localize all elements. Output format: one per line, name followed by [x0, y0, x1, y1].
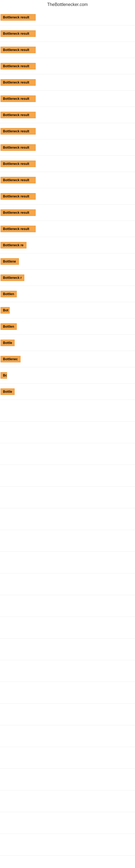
- list-item: Bottleneck result: [0, 140, 135, 156]
- bottleneck-result-badge[interactable]: Bottleneck result: [1, 112, 36, 118]
- bottleneck-result-badge[interactable]: Bot: [1, 307, 10, 314]
- empty-row: [0, 400, 135, 422]
- empty-row: [0, 704, 135, 725]
- list-item: Bottlen: [0, 318, 135, 335]
- results-list: Bottleneck resultBottleneck resultBottle…: [0, 8, 135, 868]
- empty-row: [0, 790, 135, 812]
- list-item: Bottleneck result: [0, 205, 135, 221]
- list-item: Bottle: [0, 335, 135, 351]
- list-item: Bottleneck result: [0, 188, 135, 205]
- empty-row: [0, 639, 135, 660]
- site-title: TheBottlenecker.com: [0, 0, 135, 8]
- list-item: Bottleneck result: [0, 9, 135, 26]
- empty-row: [0, 660, 135, 682]
- bottleneck-result-badge[interactable]: Bottleneck result: [1, 30, 36, 37]
- bottleneck-result-badge[interactable]: Bo: [1, 372, 7, 379]
- list-item: Bottle: [0, 383, 135, 400]
- list-item: Bottleneck result: [0, 58, 135, 74]
- bottleneck-result-badge[interactable]: Bottleneck result: [1, 209, 36, 216]
- empty-row: [0, 574, 135, 595]
- empty-row: [0, 617, 135, 639]
- empty-row: [0, 508, 135, 530]
- empty-row: [0, 725, 135, 747]
- empty-row: [0, 747, 135, 769]
- list-item: Bottlenec: [0, 351, 135, 367]
- bottleneck-result-badge[interactable]: Bottlene: [1, 258, 19, 265]
- bottleneck-result-badge[interactable]: Bottlenec: [1, 356, 20, 362]
- bottleneck-result-badge[interactable]: Bottleneck result: [1, 128, 36, 134]
- list-item: Bottleneck re: [0, 237, 135, 253]
- bottleneck-result-badge[interactable]: Bottleneck result: [1, 46, 36, 53]
- list-item: Bottleneck r: [0, 270, 135, 286]
- empty-row: [0, 812, 135, 834]
- bottleneck-result-badge[interactable]: Bottlen: [1, 323, 17, 330]
- bottleneck-result-badge[interactable]: Bottleneck r: [1, 275, 24, 281]
- empty-row: [0, 530, 135, 552]
- list-item: Bottleneck result: [0, 26, 135, 42]
- empty-row: [0, 682, 135, 704]
- list-item: Bottleneck result: [0, 156, 135, 172]
- bottleneck-result-badge[interactable]: Bottleneck result: [1, 14, 36, 21]
- list-item: Bottlen: [0, 286, 135, 302]
- list-item: Bottleneck result: [0, 42, 135, 58]
- list-item: Bottlene: [0, 253, 135, 270]
- list-item: Bottleneck result: [0, 123, 135, 140]
- bottleneck-result-badge[interactable]: Bottleneck result: [1, 79, 36, 86]
- bottleneck-result-badge[interactable]: Bottleneck re: [1, 242, 27, 248]
- empty-row: [0, 552, 135, 574]
- list-item: Bottleneck result: [0, 221, 135, 237]
- list-item: Bottleneck result: [0, 107, 135, 123]
- empty-row: [0, 834, 135, 856]
- bottleneck-result-badge[interactable]: Bottleneck result: [1, 95, 36, 102]
- empty-row: [0, 769, 135, 790]
- list-item: Bottleneck result: [0, 74, 135, 91]
- bottleneck-result-badge[interactable]: Bottle: [1, 340, 14, 346]
- list-item: Bottleneck result: [0, 172, 135, 188]
- list-item: Bottleneck result: [0, 91, 135, 107]
- bottleneck-result-badge[interactable]: Bottlen: [1, 291, 17, 297]
- empty-row: [0, 465, 135, 487]
- empty-row: [0, 856, 135, 868]
- bottleneck-result-badge[interactable]: Bottleneck result: [1, 161, 36, 167]
- bottleneck-result-badge[interactable]: Bottleneck result: [1, 193, 36, 199]
- list-item: Bo: [0, 367, 135, 383]
- bottleneck-result-badge[interactable]: Bottleneck result: [1, 226, 36, 232]
- bottleneck-result-badge[interactable]: Bottleneck result: [1, 144, 36, 151]
- empty-row: [0, 595, 135, 617]
- empty-row: [0, 487, 135, 508]
- bottleneck-result-badge[interactable]: Bottleneck result: [1, 177, 36, 183]
- empty-row: [0, 422, 135, 443]
- bottleneck-result-badge[interactable]: Bottleneck result: [1, 63, 36, 69]
- list-item: Bot: [0, 302, 135, 318]
- empty-row: [0, 443, 135, 465]
- bottleneck-result-badge[interactable]: Bottle: [1, 389, 14, 395]
